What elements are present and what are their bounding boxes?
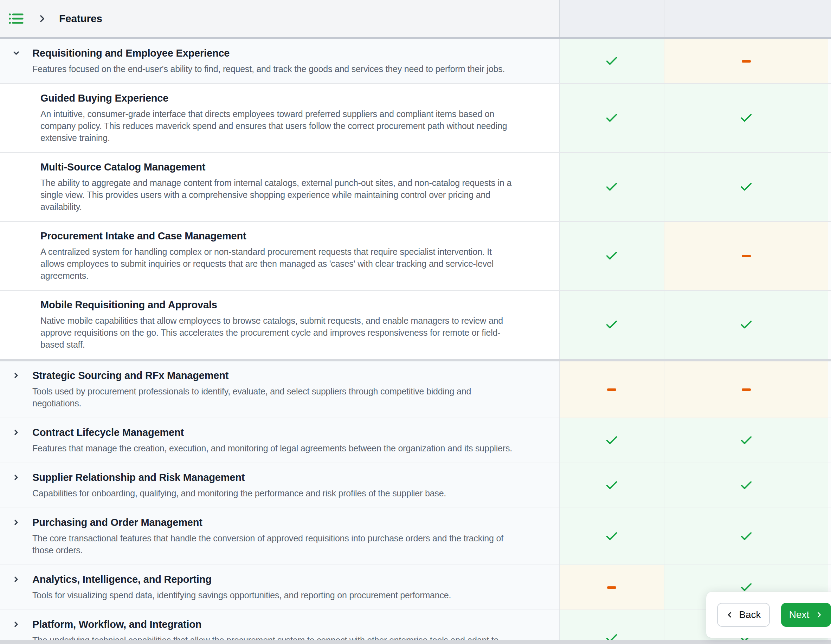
check-icon xyxy=(605,318,619,332)
feature-description: The ability to aggregate and manage cont… xyxy=(40,177,513,213)
vertical-scrollbar-track xyxy=(828,291,831,359)
chevron-right-icon[interactable] xyxy=(12,371,21,380)
chevron-right-icon xyxy=(815,611,823,619)
feature-group-row[interactable]: Supplier Relationship and Risk Managemen… xyxy=(0,463,831,508)
status-cell-col2 xyxy=(664,222,828,290)
status-cell-col2 xyxy=(664,153,828,221)
column-header-1 xyxy=(559,0,664,37)
check-icon xyxy=(739,180,753,194)
feature-cell: Purchasing and Order Management The core… xyxy=(0,508,559,564)
status-cell-col1 xyxy=(559,565,664,609)
check-icon xyxy=(739,111,753,125)
feature-group-row[interactable]: Purchasing and Order Management The core… xyxy=(0,508,831,565)
vertical-scrollbar-track xyxy=(828,222,831,290)
status-cell-col1 xyxy=(559,84,664,152)
chevron-down-icon[interactable] xyxy=(12,49,21,57)
back-button[interactable]: Back xyxy=(717,603,770,627)
status-cell-col1 xyxy=(559,463,664,507)
feature-cell: Supplier Relationship and Risk Managemen… xyxy=(0,463,559,507)
chevron-right-icon xyxy=(39,14,46,23)
check-icon xyxy=(605,111,619,125)
feature-cell: Mobile Requisitioning and Approvals Nati… xyxy=(0,291,559,359)
dash-icon xyxy=(607,388,616,391)
feature-table: Requisitioning and Employee Experience F… xyxy=(0,39,831,644)
check-icon xyxy=(605,54,619,68)
feature-description: Capabilities for onboarding, qualifying,… xyxy=(32,487,513,499)
chevron-right-icon[interactable] xyxy=(12,473,21,482)
feature-group-row[interactable]: Requisitioning and Employee Experience F… xyxy=(0,39,831,84)
check-icon xyxy=(605,433,619,447)
feature-description: An intuitive, consumer-grade interface t… xyxy=(40,108,513,144)
vertical-scrollbar-track xyxy=(828,84,831,152)
feature-description: Tools for visualizing spend data, identi… xyxy=(32,589,513,601)
horizontal-scrollbar[interactable] xyxy=(0,640,831,644)
feature-sub-row: Mobile Requisitioning and Approvals Nati… xyxy=(0,291,831,361)
feature-cell: Contract Lifecycle Management Features t… xyxy=(0,418,559,463)
dash-icon xyxy=(742,60,751,62)
check-icon xyxy=(739,479,753,493)
feature-description: Native mobile capabilities that allow em… xyxy=(40,315,513,350)
chevron-right-icon[interactable] xyxy=(12,428,21,437)
chevron-right-icon[interactable] xyxy=(12,518,21,526)
feature-title: Guided Buying Experience xyxy=(40,92,513,104)
feature-title: Platform, Workflow, and Integration xyxy=(32,619,513,630)
back-button-label: Back xyxy=(739,609,761,620)
feature-cell: Analytics, Intelligence, and Reporting T… xyxy=(0,565,559,609)
check-icon xyxy=(605,479,619,493)
status-cell-col1 xyxy=(559,153,664,221)
feature-title: Purchasing and Order Management xyxy=(32,517,513,528)
wizard-footer-card: Back Next xyxy=(706,592,831,638)
feature-group-row[interactable]: Contract Lifecycle Management Features t… xyxy=(0,418,831,463)
top-bar: Features xyxy=(0,0,831,39)
status-cell-col2 xyxy=(664,463,828,507)
status-cell-col2 xyxy=(664,84,828,152)
breadcrumb: Features xyxy=(0,0,559,37)
feature-title: Mobile Requisitioning and Approvals xyxy=(40,299,513,310)
status-cell-col1 xyxy=(559,610,664,644)
next-button-label: Next xyxy=(789,609,810,620)
feature-title: Supplier Relationship and Risk Managemen… xyxy=(32,472,513,483)
feature-group-row[interactable]: Strategic Sourcing and RFx Management To… xyxy=(0,361,831,418)
status-cell-col1 xyxy=(559,39,664,83)
feature-cell: Guided Buying Experience An intuitive, c… xyxy=(0,84,559,152)
check-icon xyxy=(605,249,619,263)
feature-title: Contract Lifecycle Management xyxy=(32,427,513,438)
feature-cell: Platform, Workflow, and Integration The … xyxy=(0,610,559,644)
vertical-scrollbar-track xyxy=(828,463,831,507)
vertical-scrollbar-track xyxy=(828,418,831,463)
feature-sub-row: Procurement Intake and Case Management A… xyxy=(0,222,831,291)
feature-title: Multi-Source Catalog Management xyxy=(40,161,513,173)
check-icon xyxy=(739,318,753,332)
check-icon xyxy=(739,433,753,447)
status-cell-col1 xyxy=(559,361,664,418)
feature-title: Strategic Sourcing and RFx Management xyxy=(32,370,513,381)
dash-icon xyxy=(742,255,751,257)
feature-title: Requisitioning and Employee Experience xyxy=(32,48,513,59)
list-icon[interactable] xyxy=(8,11,24,26)
status-cell-col1 xyxy=(559,508,664,564)
feature-cell: Procurement Intake and Case Management A… xyxy=(0,222,559,290)
feature-cell: Requisitioning and Employee Experience F… xyxy=(0,39,559,83)
vertical-scrollbar-track xyxy=(828,153,831,221)
status-cell-col2 xyxy=(664,291,828,359)
chevron-right-icon[interactable] xyxy=(12,620,21,628)
feature-description: A centralized system for handling comple… xyxy=(40,246,513,281)
status-cell-col2 xyxy=(664,361,828,418)
status-cell-col2 xyxy=(664,508,828,564)
status-cell-col1 xyxy=(559,222,664,290)
chevron-right-icon[interactable] xyxy=(12,575,21,584)
check-icon xyxy=(739,530,753,544)
chevron-left-icon xyxy=(726,611,734,619)
vertical-scrollbar-track xyxy=(828,361,831,418)
feature-sub-row: Multi-Source Catalog Management The abil… xyxy=(0,153,831,222)
dash-icon xyxy=(607,586,616,589)
feature-title: Analytics, Intelligence, and Reporting xyxy=(32,574,513,585)
feature-title: Procurement Intake and Case Management xyxy=(40,230,513,242)
vertical-scrollbar-track xyxy=(828,39,831,83)
check-icon xyxy=(605,530,619,544)
column-header-2 xyxy=(664,0,828,37)
status-cell-col1 xyxy=(559,291,664,359)
dash-icon xyxy=(742,388,751,391)
status-cell-col2 xyxy=(664,418,828,463)
next-button[interactable]: Next xyxy=(781,603,831,627)
